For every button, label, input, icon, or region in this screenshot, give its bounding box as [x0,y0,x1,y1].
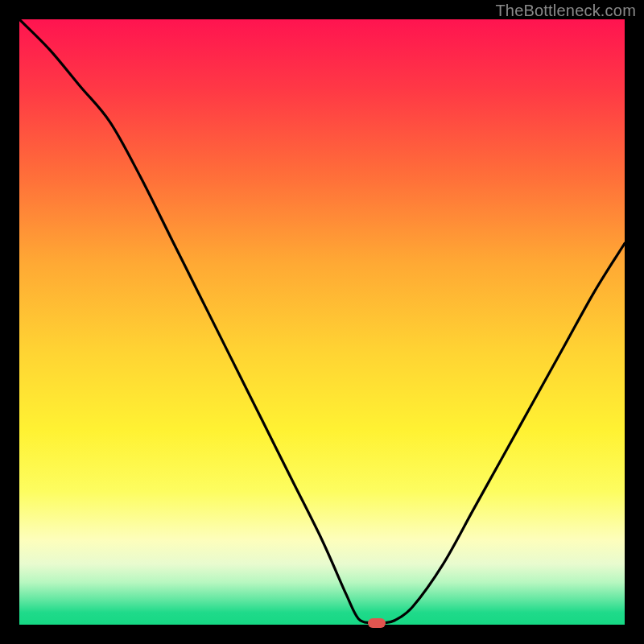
watermark-text: TheBottleneck.com [495,2,636,20]
bottleneck-curve [19,19,625,623]
optimal-point-marker [368,618,386,628]
curve-svg [19,19,625,625]
chart-frame: TheBottleneck.com [0,0,644,644]
plot-area [19,19,625,625]
